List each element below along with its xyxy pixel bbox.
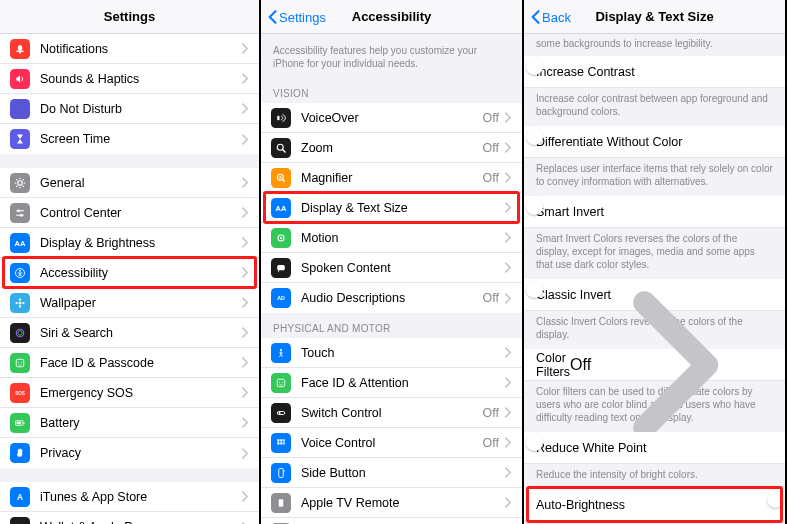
chevron-right-icon (505, 497, 512, 508)
accessibility-group: VoiceOver Off Zoom Off Magnifier Off Dis… (261, 103, 522, 313)
row-label: Audio Descriptions (301, 291, 483, 305)
row-wallpaper[interactable]: Wallpaper (0, 288, 259, 318)
row-touch[interactable]: Touch (261, 338, 522, 368)
row-faceid-passcode[interactable]: Face ID & Passcode (0, 348, 259, 378)
row-label: Sounds & Haptics (40, 72, 242, 86)
row-privacy[interactable]: Privacy (0, 438, 259, 468)
accessibility-group: Touch Face ID & Attention Switch Control… (261, 338, 522, 524)
row-label: Wallet & Apple Pay (40, 520, 242, 524)
row-wallet-applepay[interactable]: Wallet & Apple Pay (0, 512, 259, 524)
row-audio-descriptions[interactable]: Audio Descriptions Off (261, 283, 522, 313)
row-display-brightness[interactable]: Display & Brightness (0, 228, 259, 258)
row-side-button[interactable]: Side Button (261, 458, 522, 488)
row-control-center[interactable]: Control Center (0, 198, 259, 228)
header: Back Display & Text Size (524, 0, 785, 34)
row-general[interactable]: General (0, 168, 259, 198)
row-label: Voice Control (301, 436, 483, 450)
chevron-right-icon (591, 290, 773, 440)
chevron-right-icon (242, 103, 249, 114)
voiceover-icon (271, 108, 291, 128)
row-faceid-attention[interactable]: Face ID & Attention (261, 368, 522, 398)
privacy-icon (10, 443, 30, 463)
wallet-applepay-icon (10, 517, 30, 524)
row-label: General (40, 176, 242, 190)
row-label: Screen Time (40, 132, 242, 146)
chevron-right-icon (242, 387, 249, 398)
group-header: PHYSICAL AND MOTOR (261, 313, 522, 338)
chevron-right-icon (505, 112, 512, 123)
row-voiceover[interactable]: VoiceOver Off (261, 103, 522, 133)
row-magnifier[interactable]: Magnifier Off (261, 163, 522, 193)
chevron-right-icon (242, 357, 249, 368)
row-hint: Replaces user interface items that rely … (524, 158, 785, 196)
row-zoom[interactable]: Zoom Off (261, 133, 522, 163)
row-battery[interactable]: Battery (0, 408, 259, 438)
row-label: Face ID & Attention (301, 376, 505, 390)
back-button[interactable]: Settings (267, 0, 326, 34)
settings-group: iTunes & App Store Wallet & Apple Pay (0, 482, 259, 524)
row-label: Motion (301, 231, 505, 245)
row-display-text-size[interactable]: Display & Text Size (261, 193, 522, 223)
row-apple-tv-remote[interactable]: Apple TV Remote (261, 488, 522, 518)
row-auto-brightness[interactable]: Auto-Brightness (524, 489, 785, 521)
chevron-right-icon (505, 347, 512, 358)
chevron-right-icon (242, 491, 249, 502)
row-spoken-content[interactable]: Spoken Content (261, 253, 522, 283)
row-label: Notifications (40, 42, 242, 56)
row-switch-control[interactable]: Switch Control Off (261, 398, 522, 428)
intro-text: Accessibility features help you customiz… (261, 34, 522, 78)
row-notifications[interactable]: Notifications (0, 34, 259, 64)
row-sounds-haptics[interactable]: Sounds & Haptics (0, 64, 259, 94)
row-do-not-disturb[interactable]: Do Not Disturb (0, 94, 259, 124)
display-text-size-panel: Back Display & Text Size some background… (524, 0, 785, 524)
row-label: Privacy (40, 446, 242, 460)
accessibility-panel: Settings Accessibility Accessibility fea… (261, 0, 524, 524)
switch-control-icon (271, 403, 291, 423)
chevron-right-icon (505, 437, 512, 448)
row-label: Wallpaper (40, 296, 242, 310)
row-label: Auto-Brightness (536, 498, 773, 512)
row-reduce-white-point[interactable]: Reduce White Point (524, 432, 785, 464)
row-motion[interactable]: Motion (261, 223, 522, 253)
display-text-size-icon (271, 198, 291, 218)
row-siri-search[interactable]: Siri & Search (0, 318, 259, 348)
row-emergency-sos[interactable]: Emergency SOS (0, 378, 259, 408)
battery-icon (10, 413, 30, 433)
chevron-right-icon (242, 297, 249, 308)
row-keyboards[interactable]: Keyboards (261, 518, 522, 524)
row-increase-contrast[interactable]: Increase Contrast (524, 56, 785, 88)
row-label: Color Filters (536, 351, 570, 379)
row-value: Off (483, 141, 499, 155)
chevron-right-icon (242, 207, 249, 218)
row-label: Face ID & Passcode (40, 356, 242, 370)
row-value: Off (483, 406, 499, 420)
row-value: Off (483, 111, 499, 125)
motion-icon (271, 228, 291, 248)
row-label: Siri & Search (40, 326, 242, 340)
row-differentiate-without-color[interactable]: Differentiate Without Color (524, 126, 785, 158)
row-value: Off (483, 171, 499, 185)
touch-icon (271, 343, 291, 363)
settings-panel: Settings Notifications Sounds & Haptics … (0, 0, 261, 524)
spoken-content-icon (271, 258, 291, 278)
chevron-right-icon (505, 142, 512, 153)
chevron-right-icon (505, 262, 512, 273)
row-color-filters[interactable]: Color Filters Off (524, 349, 785, 381)
row-itunes-appstore[interactable]: iTunes & App Store (0, 482, 259, 512)
row-accessibility[interactable]: Accessibility (0, 258, 259, 288)
chevron-right-icon (505, 202, 512, 213)
row-smart-invert[interactable]: Smart Invert (524, 196, 785, 228)
control-center-icon (10, 203, 30, 223)
chevron-right-icon (242, 134, 249, 145)
row-screen-time[interactable]: Screen Time (0, 124, 259, 154)
row-label: iTunes & App Store (40, 490, 242, 504)
row-label: Side Button (301, 466, 505, 480)
chevron-right-icon (505, 232, 512, 243)
row-voice-control[interactable]: Voice Control Off (261, 428, 522, 458)
do-not-disturb-icon (10, 99, 30, 119)
chevron-right-icon (242, 267, 249, 278)
back-button[interactable]: Back (530, 0, 571, 34)
row-label: Touch (301, 346, 505, 360)
faceid-passcode-icon (10, 353, 30, 373)
row-value: Off (483, 436, 499, 450)
